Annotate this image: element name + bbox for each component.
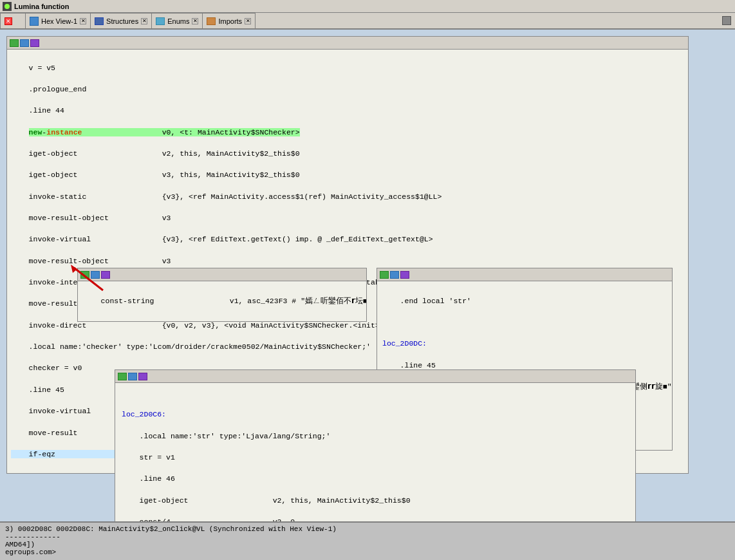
code-line-1: v = v5 — [11, 64, 55, 72]
panel-purple-icon — [30, 39, 39, 47]
left-mid-code[interactable]: const-string v1, asc_423F3 # "嫣ㄥ听鑾佰不𝗿坛■" — [78, 281, 366, 321]
main-content: v = v5 .prologue_end .line 44 new-instan… — [0, 30, 735, 521]
extra-icon — [722, 16, 731, 25]
title-text: Lumina function — [14, 3, 70, 10]
status-line-4: AMD64]) — [5, 541, 730, 548]
lm-blue-icon — [91, 271, 100, 279]
tab-enums-label: Enums — [167, 17, 189, 25]
tab-structures[interactable]: Structures ✕ — [91, 13, 152, 28]
panel-blue-icon — [20, 39, 29, 47]
tab-hex-view-label: Hex View-1 — [41, 17, 77, 25]
rm-green-icon — [380, 271, 389, 279]
rm-purple-icon — [400, 271, 409, 279]
app-icon — [3, 2, 12, 11]
tab-hex-close[interactable]: ✕ — [80, 18, 86, 24]
tab-enums[interactable]: Enums ✕ — [152, 13, 203, 28]
lm-purple-icon — [101, 271, 110, 279]
bottom-header — [115, 370, 635, 383]
bp-line-46: .line 46 — [122, 474, 175, 483]
bp-line-iget: iget-object v2, this, MainActivity$2_thi… — [122, 496, 411, 505]
tab-imports-close[interactable]: ✕ — [245, 18, 251, 24]
left-mid-panel: const-string v1, asc_423F3 # "嫣ㄥ听鑾佰不𝗿坛■" — [77, 268, 367, 322]
rm-line-45: .line 45 — [382, 361, 436, 369]
bp-line-str: str = v1 — [122, 453, 175, 462]
status-line-1: 3) 0002D08C 0002D08C: MainActivity$2_onC… — [5, 525, 730, 533]
code-line-2: .prologue_end — [11, 85, 86, 93]
status-bar: 3) 0002D08C 0002D08C: MainActivity$2_onC… — [0, 521, 735, 560]
code-line-move-2: move-result-object v3 — [11, 257, 171, 265]
panel-green-icon — [10, 39, 19, 47]
code-line-invoke-static: invoke-static {v3}, <ref MainActivity.ac… — [11, 192, 442, 201]
tab-structures-label: Structures — [106, 17, 138, 25]
code-line-invoke-virt-1: invoke-virtual {v3}, <ref EditText.getTe… — [11, 235, 433, 243]
status-line-5: egroups.com> — [5, 548, 730, 556]
code-line-local: .local name:'checker' type:'Lcom/droider… — [11, 342, 371, 351]
top-panel-header — [7, 37, 688, 50]
rm-line-loc: loc_2D0DC: — [382, 339, 427, 348]
bottom-code[interactable]: loc_2D0C6: .local name:'str' type:'Ljava… — [115, 383, 635, 521]
svg-point-1 — [5, 4, 10, 9]
code-line-checker: checker = v0 — [11, 364, 82, 372]
bp-purple-icon — [138, 373, 147, 380]
tab-close-button[interactable]: ✕ — [0, 13, 26, 28]
imports-icon — [207, 17, 216, 25]
structures-icon — [95, 17, 104, 25]
tab-enums-close[interactable]: ✕ — [192, 18, 198, 24]
enums-icon — [156, 17, 165, 25]
tab-imports[interactable]: Imports ✕ — [203, 13, 256, 28]
tab-bar: ✕ Hex View-1 ✕ Structures ✕ Enums ✕ Impo… — [0, 13, 735, 30]
code-line-45: .line 45 — [11, 386, 64, 394]
bp-line-local: .local name:'str' type:'Ljava/lang/Strin… — [122, 432, 330, 440]
close-icon[interactable]: ✕ — [5, 17, 12, 25]
code-line-iget-2: iget-object v3, this, MainActivity$2_thi… — [11, 171, 300, 179]
left-mid-header — [78, 268, 366, 281]
rm-line-1: .end local 'str' — [382, 297, 471, 305]
bp-green-icon — [118, 373, 127, 380]
bp-line-loc: loc_2D0C6: — [122, 410, 166, 418]
left-mid-line-1: const-string v1, asc_423F3 # "嫣ㄥ听鑾佰不𝗿坛■" — [83, 297, 366, 305]
lm-green-icon — [80, 271, 89, 279]
tab-hex-view[interactable]: Hex View-1 ✕ — [26, 13, 91, 28]
code-line-iget-1: iget-object v2, this, MainActivity$2_thi… — [11, 149, 300, 158]
status-line-3: ------------- — [5, 533, 730, 541]
status-line-6: ------------- — [5, 556, 730, 560]
tab-structures-close[interactable]: ✕ — [141, 18, 147, 24]
bp-blue-icon — [128, 373, 137, 380]
code-line-new-instance: new-instance v0, <t: MainActivity$SNChec… — [11, 128, 300, 136]
code-line-move-1: move-result-object v3 — [11, 214, 171, 222]
bottom-panel: loc_2D0C6: .local name:'str' type:'Ljava… — [115, 369, 636, 521]
rm-blue-icon — [390, 271, 399, 279]
right-mid-header — [377, 268, 672, 281]
hex-view-icon — [30, 17, 39, 26]
title-bar: Lumina function — [0, 0, 735, 13]
tab-imports-label: Imports — [218, 17, 242, 25]
extra-tab-icon — [718, 13, 735, 28]
code-line-3: .line 44 — [11, 106, 64, 115]
